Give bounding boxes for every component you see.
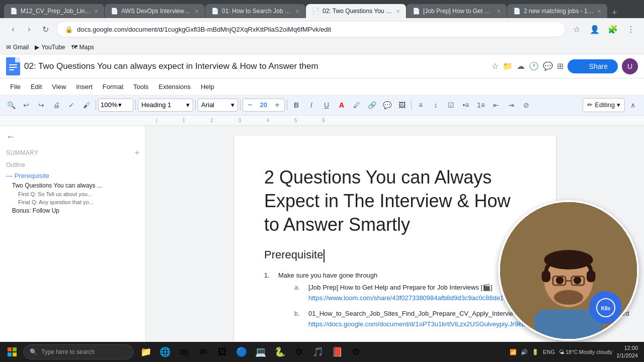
start-button[interactable] <box>2 344 22 360</box>
menu-tools[interactable]: Tools <box>129 81 152 93</box>
outline-item-final-q[interactable]: Final Q: Any question that yo... <box>6 198 139 206</box>
increase-font-button[interactable]: + <box>272 98 282 112</box>
decrease-font-button[interactable]: − <box>245 98 255 112</box>
style-selector[interactable]: Heading 1 ▾ <box>138 99 193 112</box>
taskbar-search-box[interactable]: 🔍 Type here to search <box>23 344 134 359</box>
profile-button[interactable]: 👤 <box>588 22 602 36</box>
text-color-button[interactable]: A <box>335 98 349 112</box>
sublist-link-a[interactable]: https://www.loom.com/share/43f0273380984… <box>308 294 504 302</box>
taskbar-app-vscode[interactable]: 💻 <box>252 343 270 361</box>
tab-1[interactable]: 📄 M12_CV_Prep_Job_LinkedIn... ✕ <box>4 4 104 18</box>
tray-language[interactable]: ENG <box>543 349 555 355</box>
extensions-button[interactable]: 🧩 <box>606 22 620 36</box>
taskbar-app-edge[interactable]: 🌐 <box>156 343 174 361</box>
bullet-list-button[interactable]: •≡ <box>459 98 473 112</box>
tray-weather[interactable]: 🌤 18°C Mostly cloudy <box>559 349 612 355</box>
taskbar-app-store[interactable]: 🛍 <box>175 343 193 361</box>
menu-file[interactable]: File <box>6 81 25 93</box>
tab-3-close[interactable]: ✕ <box>295 9 299 14</box>
sidebar-back[interactable]: ← <box>6 132 139 142</box>
tab-3[interactable]: 📄 01: How to Search Job Sites... ✕ <box>205 4 305 18</box>
history-button[interactable]: 🕐 <box>529 61 539 71</box>
zoom-control[interactable]: 100% ▾ <box>98 99 133 112</box>
checklist-button[interactable]: ☑ <box>444 98 458 112</box>
paint-format-button[interactable]: 🖌 <box>79 98 94 112</box>
forward-button[interactable]: › <box>22 22 36 36</box>
redo-button[interactable]: ↪ <box>34 98 48 112</box>
tab-5-close[interactable]: ✕ <box>497 9 501 14</box>
menu-button[interactable]: ⋮ <box>624 22 638 36</box>
link-button[interactable]: 🔗 <box>365 98 379 112</box>
taskbar-app-settings[interactable]: ⚙ <box>347 343 365 361</box>
avatar[interactable]: U <box>622 58 638 74</box>
outline-item-first-q[interactable]: First Q: So Tell us about you... <box>6 190 139 198</box>
share-button[interactable]: 👤 Share <box>568 59 618 73</box>
indent-increase-button[interactable]: ⇥ <box>504 98 518 112</box>
taskbar-app-python[interactable]: 🐍 <box>271 343 289 361</box>
new-tab-button[interactable]: + <box>608 8 621 18</box>
bold-button[interactable]: B <box>289 98 303 112</box>
taskbar-app-mail[interactable]: ✉ <box>194 343 212 361</box>
back-button[interactable]: ‹ <box>6 22 20 36</box>
docs-logo[interactable] <box>6 57 20 75</box>
reload-button[interactable]: ↻ <box>38 22 52 36</box>
menu-help[interactable]: Help <box>197 81 218 93</box>
taskbar-app-chrome[interactable]: 🔵 <box>232 343 251 361</box>
tab-6-close[interactable]: ✕ <box>597 9 601 14</box>
taskbar-app-music[interactable]: 🎵 <box>309 343 327 361</box>
fontsize-control[interactable]: − 20 + <box>243 99 285 112</box>
outline-item-two-questions[interactable]: Two Questions You can always ... <box>6 181 139 190</box>
search-toolbar-button[interactable]: 🔍 <box>4 98 18 112</box>
image-button[interactable]: 🖼 <box>395 98 409 112</box>
tab-4[interactable]: 📄 02: Two Questions You can ... ✕ <box>306 4 406 18</box>
menu-view[interactable]: View <box>48 81 70 93</box>
clear-format-button[interactable]: ⊘ <box>519 98 533 112</box>
taskbar-app-pycharm[interactable]: ⚙ <box>290 343 308 361</box>
line-spacing-button[interactable]: ↕ <box>429 98 443 112</box>
numbered-list-button[interactable]: 1≡ <box>474 98 488 112</box>
font-selector[interactable]: Arial ▾ <box>198 99 238 112</box>
highlight-button[interactable]: 🖊 <box>350 98 364 112</box>
outline-item-prerequisite[interactable]: — Prerequisite <box>6 170 139 181</box>
underline-button[interactable]: U <box>319 98 334 112</box>
outline-item-bonus[interactable]: Bonus: Follow Up <box>6 206 139 215</box>
spellcheck-button[interactable]: ✓ <box>64 98 78 112</box>
tab-2-close[interactable]: ✕ <box>195 9 199 14</box>
view-mode-button[interactable]: ⊞ <box>557 61 564 71</box>
taskbar-clock[interactable]: 12:00 1/1/2024 <box>616 344 638 360</box>
taskbar-app-file-explorer[interactable]: 📁 <box>137 343 155 361</box>
italic-button[interactable]: I <box>304 98 318 112</box>
menu-edit[interactable]: Edit <box>27 81 46 93</box>
menu-insert[interactable]: Insert <box>72 81 97 93</box>
cloud-save-button[interactable]: ☁ <box>517 61 525 71</box>
menu-extensions[interactable]: Extensions <box>154 81 195 93</box>
undo-button[interactable]: ↩ <box>19 98 33 112</box>
tray-network[interactable]: 📶 <box>510 349 517 355</box>
taskbar-app-pdf[interactable]: 📕 <box>328 343 346 361</box>
folder-button[interactable]: 📁 <box>503 61 513 71</box>
doc-area[interactable]: 2 Questions You can Always Expect in The… <box>146 126 644 346</box>
taskbar-app-photos[interactable]: 🖼 <box>213 343 231 361</box>
editing-mode-button[interactable]: ✏ Editing ▾ <box>583 98 625 112</box>
tray-sound[interactable]: 🔊 <box>521 349 528 355</box>
add-summary-button[interactable]: + <box>135 148 139 157</box>
bookmark-star-button[interactable]: ☆ <box>570 22 584 36</box>
url-bar[interactable]: 🔒 docs.google.com/document/d/1cugkgGxfl3… <box>56 21 566 37</box>
print-button[interactable]: 🖨 <box>49 98 63 112</box>
collapse-toolbar-button[interactable]: ∧ <box>626 98 640 112</box>
tab-5[interactable]: 📄 [Job Prep] How to Get Help ... ✕ <box>407 4 507 18</box>
tab-4-close[interactable]: ✕ <box>396 9 400 14</box>
comment-button[interactable]: 💬 <box>380 98 394 112</box>
tab-6[interactable]: 📄 2 new matching jobs - 1 new... ✕ <box>507 4 607 18</box>
tab-2[interactable]: 📄 AWS DevOps Interview Ques... ✕ <box>105 4 205 18</box>
star-button[interactable]: ☆ <box>492 61 499 71</box>
indent-decrease-button[interactable]: ⇤ <box>489 98 503 112</box>
comments-button[interactable]: 💬 <box>543 61 553 71</box>
menu-format[interactable]: Format <box>99 81 127 93</box>
align-button[interactable]: ≡ <box>414 98 428 112</box>
tray-battery[interactable]: 🔋 <box>532 349 539 355</box>
bookmark-youtube[interactable]: ▶ YouTube <box>35 44 65 51</box>
bookmark-maps[interactable]: 🗺 Maps <box>71 44 94 51</box>
tab-1-close[interactable]: ✕ <box>94 9 98 14</box>
bookmark-gmail[interactable]: ✉ Gmail <box>6 44 29 51</box>
